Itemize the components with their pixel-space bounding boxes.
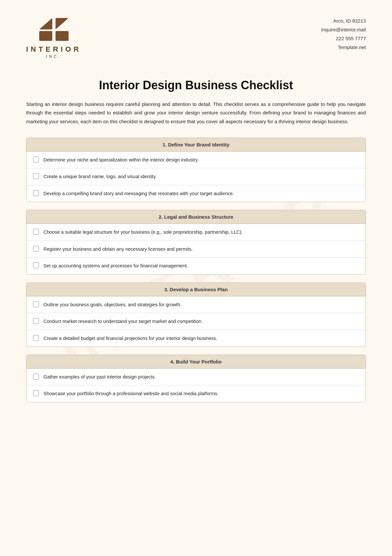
section-header-2: 2. Legal and Business Structure [26,210,366,224]
checklist-item[interactable]: Register your business and obtain any ne… [26,241,366,258]
checklist-item[interactable]: Gather examples of your past interior de… [26,369,366,385]
item-text: Determine your niche and specialization … [43,156,359,163]
intro-paragraph: Starting an interior design business req… [26,100,366,126]
checklist-item[interactable]: Create a unique brand name, logo, and vi… [26,168,366,185]
checklist-item[interactable]: Conduct market research to understand yo… [26,313,366,330]
svg-rect-2 [39,31,52,41]
item-text: Create a unique brand name, logo, and vi… [43,173,359,180]
item-text: Choose a suitable legal structure for yo… [43,228,359,236]
checkbox[interactable] [33,157,39,162]
logo-text: INTERIOR [26,45,81,54]
checkbox[interactable] [33,318,39,324]
checklist-item[interactable]: Determine your niche and specialization … [26,152,366,168]
checkbox[interactable] [33,190,39,196]
checkbox[interactable] [33,374,39,379]
checklist-item[interactable]: Choose a suitable legal structure for yo… [26,224,366,241]
section-header-4: 4. Build Your Portfolio [26,355,366,369]
item-text: Conduct market research to understand yo… [43,318,359,325]
item-text: Outline your business goals, objectives,… [43,301,359,308]
item-text: Create a detailed budget and financial p… [43,335,359,342]
checklist-item[interactable]: Outline your business goals, objectives,… [26,296,366,313]
item-text: Develop a compelling brand story and mes… [43,190,359,197]
logo-icon [38,16,70,42]
logo-subtext: INC. [46,54,62,59]
checklist-section-4: 4. Build Your PortfolioGather examples o… [26,355,366,402]
checkbox[interactable] [33,173,39,179]
checklist-section-3: 3. Develop a Business PlanOutline your b… [26,282,366,347]
checkbox[interactable] [33,262,39,268]
checklist-container: 1. Define Your Brand IdentityDetermine y… [26,138,366,402]
item-text: Register your business and obtain any ne… [43,245,359,253]
contact-address: Arco, ID 83213 [321,16,366,25]
checkbox[interactable] [33,229,39,235]
checklist-item[interactable]: Set up accounting systems and processes … [26,258,366,274]
checkbox[interactable] [33,301,39,307]
main-title: Interior Design Business Checklist [26,78,366,92]
contact-email: inquire@interior.mail [321,25,366,34]
svg-rect-3 [56,31,69,41]
item-text: Showcase your portfolio through a profes… [43,390,359,397]
section-header-3: 3. Develop a Business Plan [26,283,366,296]
contact-website: Template.net [321,43,366,52]
section-header-1: 1. Define Your Brand Identity [26,138,366,152]
checklist-section-1: 1. Define Your Brand IdentityDetermine y… [26,138,366,202]
contact-section: Arco, ID 83213 inquire@interior.mail 222… [321,16,366,52]
checkbox[interactable] [33,390,39,396]
item-text: Gather examples of your past interior de… [43,373,359,380]
checklist-item[interactable]: Create a detailed budget and financial p… [26,330,366,346]
item-text: Set up accounting systems and processes … [43,262,359,269]
checklist-section-2: 2. Legal and Business StructureChoose a … [26,210,366,274]
logo-section: INTERIOR INC. [26,16,81,59]
header: INTERIOR INC. Arco, ID 83213 inquire@int… [26,16,366,59]
checklist-item[interactable]: Develop a compelling brand story and mes… [26,185,366,202]
contact-phone: 222 555 7777 [321,34,366,43]
checklist-item[interactable]: Showcase your portfolio through a profes… [26,385,366,402]
checkbox[interactable] [33,246,39,252]
checkbox[interactable] [33,335,39,341]
